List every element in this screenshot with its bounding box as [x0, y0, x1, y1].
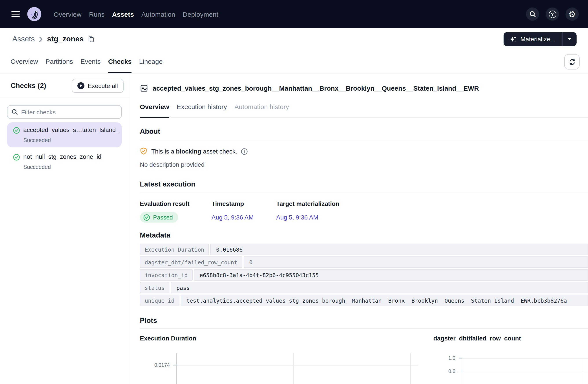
refresh-button[interactable]	[564, 54, 580, 69]
target-materialization-link[interactable]: Aug 5, 9:36 AM	[276, 214, 318, 221]
search-icon	[529, 10, 536, 18]
search-button[interactable]	[526, 7, 539, 21]
nav-item-automation[interactable]: Automation	[141, 10, 175, 18]
nav-item-runs[interactable]: Runs	[89, 10, 105, 18]
check-list-item[interactable]: accepted_values_s…taten_Island_ Succeede…	[7, 122, 122, 147]
menu-icon[interactable]	[11, 11, 20, 17]
checks-panel-header: Checks (2) Execute all	[0, 73, 129, 98]
help-icon: ?	[549, 10, 556, 18]
filter-checks-field	[7, 105, 122, 119]
column-timestamp: Timestamp	[211, 200, 276, 207]
gridline	[177, 365, 418, 366]
metadata-key: dagster_dbt/failed_row_count	[140, 256, 242, 268]
checks-count-title: Checks (2)	[11, 82, 46, 89]
materialize-label: Materialize…	[521, 36, 556, 43]
tab-check-overview[interactable]: Overview	[140, 102, 169, 118]
timestamp-link[interactable]: Aug 5, 9:36 AM	[211, 214, 253, 221]
execute-all-button[interactable]: Execute all	[71, 79, 124, 93]
section-divider	[140, 140, 588, 140]
breadcrumb-assets-link[interactable]: Assets	[12, 35, 35, 43]
tab-automation-history[interactable]: Automation history	[234, 102, 289, 118]
chart-title: Execution Duration	[140, 335, 418, 342]
latest-execution-values: Passed Aug 5, 9:36 AM Aug 5, 9:36 AM	[140, 212, 588, 223]
top-nav: Overview Runs Assets Automation Deployme…	[0, 0, 588, 28]
about-section: About This is a blocking asset check. No…	[140, 128, 588, 168]
check-item-name: not_null_stg_zones_zone_id	[23, 153, 118, 162]
dagster-logo-icon[interactable]	[27, 7, 41, 21]
tab-lineage[interactable]: Lineage	[139, 50, 163, 73]
section-divider	[140, 328, 588, 329]
settings-button[interactable]: ⚙	[566, 7, 579, 21]
check-item-status: Succeeded	[23, 164, 118, 170]
latest-execution-section: Latest execution Evaluation result Times…	[140, 180, 588, 384]
materialize-button[interactable]: Materialize…	[504, 32, 562, 46]
tab-events[interactable]: Events	[81, 50, 101, 73]
gridline	[410, 353, 411, 384]
asset-check-icon	[140, 84, 148, 92]
y-axis-line	[176, 353, 177, 384]
plots-heading: Plots	[140, 317, 588, 325]
metadata-value: 0.016686	[210, 244, 588, 255]
chevron-right-icon	[39, 36, 43, 42]
tab-checks[interactable]: Checks	[108, 50, 132, 73]
y-tick	[459, 359, 462, 359]
nav-item-assets[interactable]: Assets	[112, 10, 134, 18]
blocking-text: This is a blocking asset check.	[151, 148, 237, 155]
check-title: accepted_values_stg_zones_borough__Manha…	[153, 84, 479, 92]
plots-section: Plots Execution Duration 0.0174	[140, 317, 588, 384]
checks-list: accepted_values_s…taten_Island_ Succeede…	[0, 122, 129, 174]
latest-execution-heading: Latest execution	[140, 180, 588, 188]
metadata-heading: Metadata	[140, 231, 588, 239]
metadata-value: 0	[243, 256, 588, 268]
check-success-icon	[13, 126, 23, 135]
metadata-key: status	[140, 282, 169, 293]
gridline	[583, 359, 583, 384]
info-icon[interactable]	[241, 148, 248, 155]
execute-all-label: Execute all	[88, 82, 118, 89]
chart-plot-area: 1.0 0.6	[423, 353, 588, 384]
metadata-section: Metadata Execution Duration 0.016686 dag…	[140, 231, 588, 306]
metadata-table: Execution Duration 0.016686 dagster_dbt/…	[140, 244, 588, 306]
sparkle-icon	[509, 35, 517, 43]
check-list-item[interactable]: not_null_stg_zones_zone_id Succeeded	[7, 149, 122, 174]
shield-check-icon	[140, 147, 147, 155]
passed-label: Passed	[153, 214, 173, 221]
copy-icon[interactable]	[87, 35, 95, 43]
failed-row-count-chart: dagster_dbt/failed_row_count 1.0 0.6	[423, 335, 588, 384]
latest-execution-headers: Evaluation result Timestamp Target mater…	[140, 200, 588, 207]
materialize-dropdown-button[interactable]	[562, 32, 577, 46]
no-description-text: No description provided	[140, 161, 588, 168]
gridline	[462, 372, 588, 372]
nav-item-deployment[interactable]: Deployment	[183, 10, 218, 18]
column-target-materialization: Target materialization	[276, 200, 339, 207]
metadata-row: invocation_id e658b8c8-3a1a-4b4f-82b6-4c…	[140, 269, 588, 281]
checks-panel: Checks (2) Execute all	[0, 73, 129, 384]
content-area: Checks (2) Execute all	[0, 73, 588, 384]
execution-duration-chart: Execution Duration 0.0174	[140, 335, 418, 384]
chart-title: dagster_dbt/failed_row_count	[433, 335, 588, 342]
dagster-app: Overview Runs Assets Automation Deployme…	[0, 0, 588, 384]
plots-row: Execution Duration 0.0174 da	[140, 335, 588, 384]
nav-actions: ? ⚙	[526, 7, 579, 21]
tab-partitions[interactable]: Partitions	[45, 50, 73, 73]
gridline	[462, 359, 588, 359]
refresh-icon	[568, 58, 576, 66]
tab-execution-history[interactable]: Execution history	[177, 102, 227, 118]
help-button[interactable]: ?	[546, 7, 559, 21]
search-icon	[11, 109, 18, 117]
metadata-row: dagster_dbt/failed_row_count 0	[140, 256, 588, 268]
filter-checks-input[interactable]	[7, 105, 122, 119]
tab-overview[interactable]: Overview	[11, 50, 38, 73]
y-tick	[459, 372, 462, 372]
column-evaluation-result: Evaluation result	[140, 200, 211, 207]
check-detail-tabs: Overview Execution history Automation hi…	[140, 102, 588, 118]
y-tick-label: 1.0	[423, 355, 455, 361]
chart-plot-area: 0.0174	[140, 353, 418, 384]
check-success-icon	[13, 153, 23, 162]
asset-tabs: Overview Partitions Events Checks Lineag…	[0, 50, 588, 73]
y-tick	[173, 365, 176, 366]
metadata-row: status pass	[140, 282, 588, 293]
nav-item-overview[interactable]: Overview	[54, 10, 82, 18]
play-circle-icon	[77, 82, 84, 89]
section-divider	[140, 193, 588, 193]
